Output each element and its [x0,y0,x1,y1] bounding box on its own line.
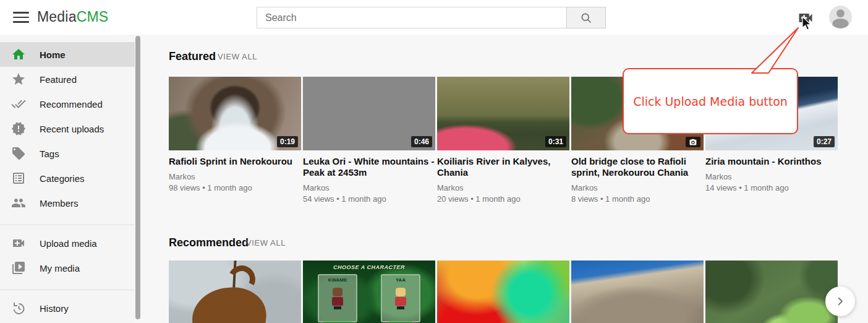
upload-media-button[interactable] [797,9,814,27]
featured-view-all-link[interactable]: VIEW ALL [218,52,257,61]
sidebar-item-label: Home [40,50,66,60]
character-sprite [394,288,407,309]
search-icon [580,12,592,24]
duration-badge: 0:27 [814,136,835,147]
video-author[interactable]: Markos [169,172,301,181]
media-card [705,261,838,323]
camera-icon [689,138,697,146]
video-thumbnail[interactable]: 0:31 [437,77,569,150]
sidebar-item-label: Featured [40,74,77,85]
section-title-recommended: Recommended [169,236,249,249]
search-input[interactable] [257,7,566,28]
user-avatar[interactable] [829,6,852,28]
video-author[interactable]: Markos [303,183,435,192]
sidebar-item-label: History [40,303,69,314]
recommended-view-all-link[interactable]: VIEW ALL [246,238,286,248]
sidebar-item-label: Members [40,198,79,209]
sidebar-item-members[interactable]: Members [0,191,135,215]
hamburger-menu-icon[interactable] [9,5,33,30]
video-title[interactable]: Koiliaris River in Kalyves, Chania [437,156,569,178]
sidebar-item-label: Categories [40,173,85,184]
sidebar-divider [0,290,135,290]
upload-media-icon [797,9,814,27]
media-type-badge [686,137,700,147]
thumbnail-art [189,284,270,323]
video-title[interactable]: Old bridge close to Rafioli sprint, Nero… [571,156,704,178]
logo[interactable]: MediaCMS [37,9,108,25]
video-author[interactable]: Markos [437,183,569,192]
video-thumbnail[interactable]: 0:46 [303,77,435,150]
video-thumbnail[interactable] [705,261,838,323]
star-icon [11,72,26,87]
search-bar [257,7,606,28]
upload-media-icon [11,236,26,251]
media-card: 0:31 Koiliaris River in Kalyves, Chania … [437,77,569,204]
video-title[interactable]: Leuka Ori - White mountains - Peak at 24… [303,156,435,178]
sidebar-item-upload-media[interactable]: Upload media [0,231,135,256]
annotation-text: Click Upload Media button [633,95,788,108]
sidebar-item-label: Upload media [40,238,97,249]
sidebar-scrollbar[interactable] [135,35,140,323]
character-name: KWAME [319,277,356,283]
character-panel: KWAME Selected [318,274,357,322]
sidebar-item-featured[interactable]: Featured [0,67,135,92]
video-thumbnail[interactable]: CHOOSE A CHARACTER KWAME Selected YAA Se… [303,261,435,323]
sidebar-item-categories[interactable]: Categories [0,166,135,191]
video-meta: 8 views • 1 month ago [571,194,704,204]
new-releases-icon [11,121,26,136]
avatar-icon [829,6,852,28]
logo-media-text: Media [37,9,77,25]
carousel-next-button[interactable] [825,286,855,316]
people-icon [11,196,26,210]
video-author[interactable]: Markos [571,183,704,192]
search-button[interactable] [566,7,606,28]
section-title-featured: Featured [169,50,216,63]
video-thumbnail[interactable] [571,261,704,323]
video-thumbnail[interactable]: 0:19 [169,77,301,150]
character-sprite [331,288,344,309]
video-meta: 20 views • 1 month ago [437,194,569,204]
home-icon [11,47,26,62]
sidebar-item-recent-uploads[interactable]: Recent uploads [0,116,135,141]
video-library-icon [11,261,26,275]
video-title[interactable]: Ziria mountain - Korinthos [705,156,838,167]
sidebar-item-history[interactable]: History [0,296,135,321]
video-meta: 54 views • 1 month ago [303,194,435,204]
duration-badge: 0:46 [411,136,432,147]
sidebar-item-label: Recommended [40,99,103,110]
game-screen-title: CHOOSE A CHARACTER [303,264,435,270]
character-name: YAA [382,277,419,283]
logo-cms-text: CMS [77,9,109,25]
duration-badge: 0:19 [277,136,298,147]
video-thumbnail[interactable] [437,261,569,323]
sidebar-item-tags[interactable]: Tags [0,141,135,166]
video-meta: 14 views • 1 month ago [705,183,838,192]
annotation-callout: Click Upload Media button [623,68,798,134]
media-card [437,261,569,323]
media-card: CHOOSE A CHARACTER KWAME Selected YAA Se… [303,261,435,323]
video-meta: 98 views • 1 month ago [169,183,301,192]
media-card: 0:19 Rafioli Sprint in Nerokourou Markos… [169,77,301,192]
sidebar-item-label: My media [40,263,80,273]
sidebar-item-label: Tags [40,149,59,159]
sidebar-item-recommended[interactable]: Recommended [0,92,135,116]
media-card [571,261,704,323]
video-author[interactable]: Markos [705,172,838,181]
sidebar-item-label: Recent uploads [40,124,104,134]
media-card [169,261,301,323]
sidebar-item-my-media[interactable]: My media [0,256,135,280]
history-icon [11,301,26,316]
double-check-icon [11,97,26,111]
sidebar-item-home[interactable]: Home [0,42,135,67]
duration-badge: 0:31 [545,136,566,147]
video-thumbnail[interactable] [169,261,301,323]
top-header: MediaCMS [0,0,868,35]
character-panel: YAA Select [381,274,420,322]
chevron-right-icon [835,296,846,307]
video-title[interactable]: Rafioli Sprint in Nerokourou [169,156,301,167]
sidebar-divider [0,225,135,225]
tag-icon [11,146,26,161]
sidebar: Home Featured Recommended Recent uploads… [0,35,135,323]
media-card: 0:46 Leuka Ori - White mountains - Peak … [303,77,435,204]
scrollbar-thumb[interactable] [135,36,140,319]
